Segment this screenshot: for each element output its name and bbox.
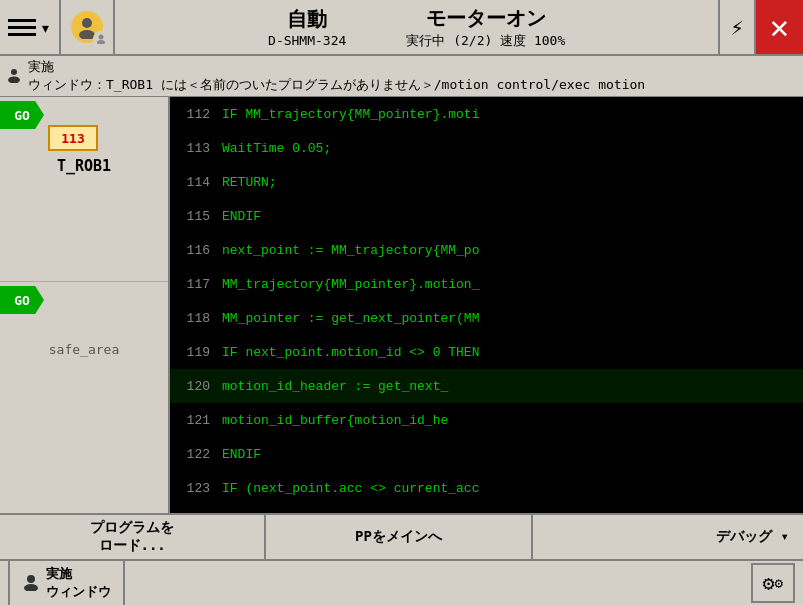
close-button[interactable]: ✕ [754,0,803,54]
code-line-116: 116 next_point := MM_trajectory{MM_po [170,233,803,267]
line-code-text: IF MM_trajectory{MM_pointer}.moti [222,107,479,122]
execution-status: 実行中 (2/2) 速度 100% [406,32,565,50]
main-content: GO 113 T_ROB1 GO safe_area 112 IF MM_tra… [0,97,803,513]
code-line-114: 114 RETURN; [170,165,803,199]
code-line-119: 119 IF next_point.motion_id <> 0 THEN [170,335,803,369]
line-code-text: WaitTime 0.05; [222,141,331,156]
footer-window-icon [22,573,40,594]
line-number: 120 [174,379,222,394]
line-number: 112 [174,107,222,122]
user-icon [71,11,103,43]
svg-point-5 [8,76,20,83]
status-center: 自動 D-SHMM-324 モーターオン 実行中 (2/2) 速度 100% [115,0,719,54]
settings-icon-2: ⚙ [775,575,783,591]
menu-area[interactable]: ▾ [0,0,61,54]
status-text: 実施 ウィンドウ：T_ROB1 には＜名前のついたプログラムがありません＞/mo… [28,58,645,94]
footer: 実施 ウィンドウ ⚙️ ⚙ [0,559,803,605]
line-number: 122 [174,447,222,462]
go-label-top: GO [14,108,30,123]
execution-block: モーターオン 実行中 (2/2) 速度 100% [406,5,565,50]
debug-button[interactable]: デバッグ ▾ [533,515,803,559]
go-label-mid: GO [14,293,30,308]
pp-to-main-button[interactable]: PPをメインへ [266,515,532,559]
line-number: 118 [174,311,222,326]
svg-point-6 [27,575,35,583]
code-line-113: 113 WaitTime 0.05; [170,131,803,165]
highlighted-line-num: 113 [61,131,84,146]
left-panel: GO 113 T_ROB1 GO safe_area [0,97,170,513]
user-info-area[interactable] [61,0,115,54]
safe-area-label: safe_area [0,342,168,357]
code-line-112: 112 IF MM_trajectory{MM_pointer}.moti [170,97,803,131]
t-rob1-label: T_ROB1 [0,157,168,175]
go-button-top[interactable]: GO [0,101,44,129]
signal-area: ⚡ [718,0,753,54]
svg-point-3 [97,40,105,44]
line-code-text: MM_pointer := get_next_pointer(MM [222,311,479,326]
line-number: 119 [174,345,222,360]
svg-point-2 [98,35,103,40]
line-number: 115 [174,209,222,224]
line-code-text: IF (next_point.acc <> current_acc [222,481,479,496]
code-line-118: 118 MM_pointer := get_next_pointer(MM [170,301,803,335]
svg-point-4 [11,69,17,75]
code-line-123: 123 IF (next_point.acc <> current_acc [170,471,803,505]
gear-icon: ⚙️ [763,571,775,595]
footer-window-label: 実施 ウィンドウ [46,565,111,601]
line-code-text: RETURN; [222,175,277,190]
go-button-mid[interactable]: GO [0,286,44,314]
line-highlight-box: 113 [48,125,98,151]
mode-block: 自動 D-SHMM-324 [268,6,346,48]
status-bar: 実施 ウィンドウ：T_ROB1 には＜名前のついたプログラムがありません＞/mo… [0,56,803,97]
code-line-122: 122 ENDIF [170,437,803,471]
status-person-icon [6,67,22,86]
svg-point-7 [24,584,38,591]
line-number: 113 [174,141,222,156]
signal-icon: ⚡ [730,15,743,40]
code-panel: 112 IF MM_trajectory{MM_pointer}.moti113… [170,97,803,513]
chevron-down-icon[interactable]: ▾ [40,17,51,38]
close-icon: ✕ [770,8,789,46]
safe-area-section: GO safe_area [0,282,168,513]
pp-to-main-label: PPをメインへ [355,528,442,546]
code-content[interactable]: 112 IF MM_trajectory{MM_pointer}.moti113… [170,97,803,513]
code-line-115: 115 ENDIF [170,199,803,233]
debug-label: デバッグ ▾ [716,528,789,546]
line-number: 116 [174,243,222,258]
line-number: 117 [174,277,222,292]
panel-content: GO 113 T_ROB1 GO safe_area [0,97,168,513]
settings-button[interactable]: ⚙️ ⚙ [751,563,795,603]
code-line-117: 117 MM_trajectory{MM_pointer}.motion_ [170,267,803,301]
load-program-button[interactable]: プログラムを ロード... [0,515,266,559]
rob1-section: GO 113 T_ROB1 [0,97,168,282]
code-line-124: 124 current_acc.acc := next_point [170,505,803,513]
mode-label: 自動 [287,6,327,33]
line-code-text: motion_id_buffer{motion_id_he [222,413,448,428]
line-code-text: next_point := MM_trajectory{MM_po [222,243,479,258]
line-code-text: ENDIF [222,447,261,462]
line-number: 121 [174,413,222,428]
svg-point-0 [82,18,92,28]
line-code-text: motion_id_header := get_next_ [222,379,448,394]
hamburger-icon[interactable] [8,19,36,36]
line-number: 123 [174,481,222,496]
device-label: D-SHMM-324 [268,33,346,48]
line-number: 114 [174,175,222,190]
line-code-text: ENDIF [222,209,261,224]
motor-status: モーターオン [426,5,546,32]
line-code-text: IF next_point.motion_id <> 0 THEN [222,345,479,360]
top-bar: ▾ 自動 D-SHMM-324 モーターオン 実行中 (2/2) 速度 100% [0,0,803,56]
code-line-121: 121 motion_id_buffer{motion_id_he [170,403,803,437]
person-badge [93,31,109,47]
bottom-bar: プログラムを ロード... PPをメインへ デバッグ ▾ [0,513,803,559]
code-line-120: 120 motion_id_header := get_next_ [170,369,803,403]
line-code-text: MM_trajectory{MM_pointer}.motion_ [222,277,479,292]
load-program-label: プログラムを ロード... [90,519,174,555]
window-button[interactable]: 実施 ウィンドウ [8,559,125,605]
